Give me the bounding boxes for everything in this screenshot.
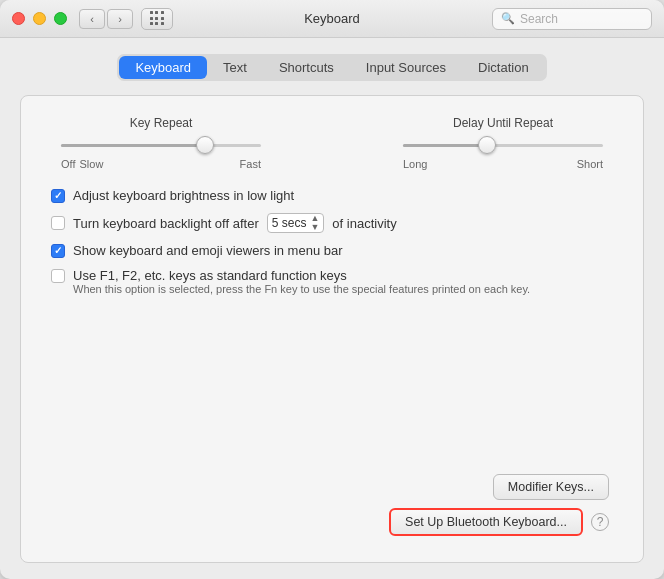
fn-checkbox[interactable] <box>51 269 65 283</box>
option-backlight-row: Turn keyboard backlight off after 5 secs… <box>51 213 613 233</box>
key-repeat-sublabels: Off Slow Fast <box>61 158 261 170</box>
maximize-button[interactable] <box>54 12 67 25</box>
delay-repeat-max: Short <box>577 158 603 170</box>
brightness-label: Adjust keyboard brightness in low light <box>73 188 294 203</box>
key-repeat-max: Fast <box>240 158 261 170</box>
tab-keyboard[interactable]: Keyboard <box>119 56 207 79</box>
delay-repeat-min: Long <box>403 158 427 170</box>
fn-label: Use F1, F2, etc. keys as standard functi… <box>73 268 347 283</box>
close-button[interactable] <box>12 12 25 25</box>
modifier-keys-button[interactable]: Modifier Keys... <box>493 474 609 500</box>
back-button[interactable]: ‹ <box>79 9 105 29</box>
window: ‹ › Keyboard 🔍 Search Keyboard Text Shor… <box>0 0 664 579</box>
minimize-button[interactable] <box>33 12 46 25</box>
backlight-dropdown-value: 5 secs <box>272 216 307 230</box>
key-repeat-slider[interactable] <box>61 136 261 154</box>
option-fn-group: Use F1, F2, etc. keys as standard functi… <box>51 268 613 295</box>
help-button[interactable]: ? <box>591 513 609 531</box>
bluetooth-button[interactable]: Set Up Bluetooth Keyboard... <box>389 508 583 536</box>
settings-panel: Key Repeat Off Slow Fast <box>20 95 644 563</box>
delay-repeat-thumb[interactable] <box>478 136 496 154</box>
backlight-after-label: of inactivity <box>332 216 396 231</box>
backlight-label: Turn keyboard backlight off after <box>73 216 259 231</box>
dropdown-arrow-icon: ▲▼ <box>310 214 319 232</box>
delay-repeat-slider[interactable] <box>403 136 603 154</box>
content-area: Keyboard Text Shortcuts Input Sources Di… <box>0 38 664 579</box>
delay-repeat-label: Delay Until Repeat <box>453 116 553 130</box>
key-repeat-thumb[interactable] <box>196 136 214 154</box>
nav-buttons: ‹ › <box>79 9 133 29</box>
option-backlight-group: Turn keyboard backlight off after 5 secs… <box>51 213 613 233</box>
brightness-checkbox[interactable] <box>51 189 65 203</box>
key-repeat-track <box>61 144 261 147</box>
title-bar: ‹ › Keyboard 🔍 Search <box>0 0 664 38</box>
fn-sublabel: When this option is selected, press the … <box>73 283 613 295</box>
search-bar[interactable]: 🔍 Search <box>492 8 652 30</box>
tab-text[interactable]: Text <box>207 56 263 79</box>
delay-repeat-track <box>403 144 603 147</box>
delay-repeat-sublabels: Long Short <box>403 158 603 170</box>
traffic-lights <box>12 12 67 25</box>
key-repeat-min: Off <box>61 158 75 170</box>
tab-input-sources[interactable]: Input Sources <box>350 56 462 79</box>
option-brightness-row: Adjust keyboard brightness in low light <box>51 188 613 203</box>
sliders-row: Key Repeat Off Slow Fast <box>51 116 613 170</box>
backlight-checkbox[interactable] <box>51 216 65 230</box>
bottom-buttons: Modifier Keys... Set Up Bluetooth Keyboa… <box>51 474 613 542</box>
tab-dictation[interactable]: Dictation <box>462 56 545 79</box>
key-repeat-mid: Slow <box>79 158 103 170</box>
tab-shortcuts[interactable]: Shortcuts <box>263 56 350 79</box>
search-placeholder: Search <box>520 12 558 26</box>
emoji-label: Show keyboard and emoji viewers in menu … <box>73 243 343 258</box>
delay-repeat-group: Delay Until Repeat Long Short <box>403 116 603 170</box>
backlight-dropdown[interactable]: 5 secs ▲▼ <box>267 213 325 233</box>
key-repeat-label: Key Repeat <box>130 116 193 130</box>
search-icon: 🔍 <box>501 12 515 25</box>
option-fn-row: Use F1, F2, etc. keys as standard functi… <box>51 268 613 283</box>
grid-icon <box>150 11 165 26</box>
window-title: Keyboard <box>304 11 360 26</box>
emoji-checkbox[interactable] <box>51 244 65 258</box>
forward-button[interactable]: › <box>107 9 133 29</box>
key-repeat-group: Key Repeat Off Slow Fast <box>61 116 261 170</box>
options-section: Adjust keyboard brightness in low light … <box>51 188 613 295</box>
grid-view-button[interactable] <box>141 8 173 30</box>
tab-bar: Keyboard Text Shortcuts Input Sources Di… <box>117 54 546 81</box>
bottom-row: Set Up Bluetooth Keyboard... ? <box>51 508 609 536</box>
option-emoji-row: Show keyboard and emoji viewers in menu … <box>51 243 613 258</box>
